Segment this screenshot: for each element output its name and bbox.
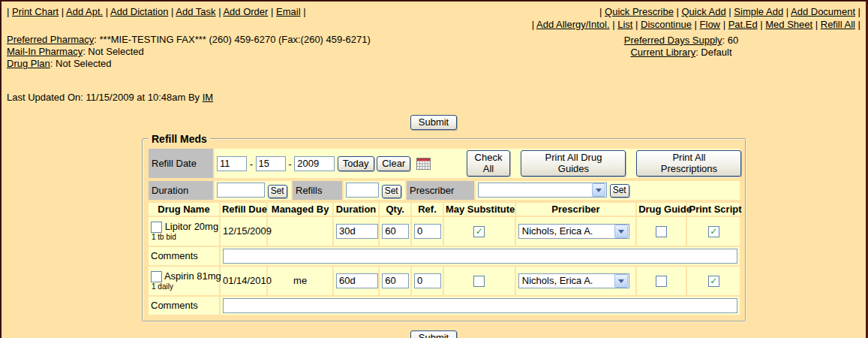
drug-select-checkbox[interactable] bbox=[151, 222, 162, 233]
clear-button[interactable]: Clear bbox=[377, 156, 410, 171]
header-area: | Print Chart | Add Apt. | Add Dictation… bbox=[7, 5, 860, 103]
bulk-actions-cell: Check All Print All Drug Guides Print Al… bbox=[468, 149, 740, 178]
refill-date-month-input[interactable] bbox=[217, 156, 247, 171]
col-print-script: Print Script bbox=[687, 203, 740, 216]
prescriber-cell: Nichols, Erica A. bbox=[516, 267, 635, 295]
refill-date-day-input[interactable] bbox=[256, 156, 286, 171]
days-supply-value: : 60 bbox=[722, 35, 739, 46]
duration-input[interactable] bbox=[336, 224, 378, 239]
duration-input[interactable] bbox=[336, 273, 378, 288]
chevron-down-icon bbox=[614, 274, 628, 288]
qty-input[interactable] bbox=[382, 224, 409, 239]
refill-date-year-input[interactable] bbox=[294, 156, 335, 171]
nav-link-simple-add[interactable]: Simple Add bbox=[734, 6, 783, 17]
prescriber-set-cell: Set bbox=[476, 181, 740, 200]
last-updated-text: Last Updated On: 11/15/2009 at 10:48am B… bbox=[7, 92, 203, 103]
nav-link-quick-prescribe[interactable]: Quick Prescribe bbox=[605, 6, 674, 17]
prescriber-set-button[interactable]: Set bbox=[610, 184, 629, 198]
check-all-button[interactable]: Check All bbox=[467, 150, 511, 177]
col-may-substitute: May Substitute bbox=[444, 203, 515, 216]
drug-guide-checkbox[interactable] bbox=[656, 276, 667, 287]
prescriber-set-select[interactable] bbox=[478, 183, 607, 198]
days-supply-link[interactable]: Preferred Days Supply bbox=[624, 35, 722, 46]
refill-meds-page: | Print Chart | Add Apt. | Add Dictation… bbox=[2, 2, 866, 338]
nav-right-row2: | Add Allergy/Intol. | List | Discontinu… bbox=[502, 18, 860, 31]
drug-guide-cell bbox=[637, 267, 686, 295]
col-refill-due: Refill Due bbox=[221, 203, 266, 216]
calendar-icon[interactable] bbox=[416, 158, 431, 170]
print-script-checkbox[interactable]: ✓ bbox=[708, 276, 719, 287]
ref-cell bbox=[412, 267, 443, 295]
nav-right-row1: | Quick Prescribe | Quick Add | Simple A… bbox=[502, 5, 860, 18]
qty-cell bbox=[380, 267, 410, 295]
refills-set-button[interactable]: Set bbox=[382, 185, 401, 198]
drug-name-cell: Lipitor 20mg 1 tb bid bbox=[149, 217, 219, 246]
current-library-line: Current Library: Default bbox=[502, 47, 860, 59]
mailin-pharmacy-line: Mail-In Pharmacy: Not Selected bbox=[7, 46, 502, 58]
nav-link-med-sheet[interactable]: Med Sheet bbox=[765, 19, 812, 30]
nav-link-quick-add[interactable]: Quick Add bbox=[681, 6, 725, 17]
duration-set-cell: Set bbox=[215, 181, 291, 200]
drug-plan-value: : Not Selected bbox=[50, 58, 112, 69]
managed-by-cell bbox=[268, 217, 332, 246]
drug-plan-link[interactable]: Drug Plan bbox=[7, 58, 50, 69]
nav-link-flow[interactable]: Flow bbox=[700, 19, 720, 30]
may-substitute-cell: ✓ bbox=[444, 217, 515, 246]
drug-plan-line: Drug Plan: Not Selected bbox=[7, 58, 502, 70]
med-row: Aspirin 81mg 1 daily 01/14/2010 me Nicho… bbox=[149, 267, 740, 295]
nav-link-list[interactable]: List bbox=[617, 19, 632, 30]
print-script-checkbox[interactable]: ✓ bbox=[708, 226, 719, 237]
ref-cell bbox=[412, 217, 443, 246]
pharmacy-info: Preferred Pharmacy: ***MIE-TESTING FAX**… bbox=[7, 34, 502, 70]
qty-input[interactable] bbox=[382, 273, 409, 288]
may-substitute-checkbox[interactable] bbox=[473, 276, 485, 287]
submit-button-bottom[interactable]: Submit bbox=[410, 330, 457, 338]
refills-set-cell: Set bbox=[344, 181, 405, 200]
prescriber-select[interactable]: Nichols, Erica A. bbox=[518, 224, 629, 239]
comments-label-cell: Comments bbox=[149, 247, 219, 265]
nav-link-add-allergy-intol[interactable]: Add Allergy/Intol. bbox=[536, 19, 610, 30]
nav-link-add-document[interactable]: Add Document bbox=[791, 6, 855, 17]
nav-link-pat-ed[interactable]: Pat.Ed bbox=[728, 19, 758, 30]
col-drug-guide: Drug Guide bbox=[637, 203, 686, 216]
prescriber-select[interactable]: Nichols, Erica A. bbox=[518, 273, 629, 288]
nav-link-refill-all[interactable]: Refill All bbox=[821, 19, 855, 30]
refill-meds-fieldset: Refill Meds Refill Date - - Today Clear bbox=[142, 133, 746, 322]
drug-select-checkbox[interactable] bbox=[151, 271, 162, 282]
nav-link-discontinue[interactable]: Discontinue bbox=[641, 19, 692, 30]
print-all-drug-guides-button[interactable]: Print All Drug Guides bbox=[521, 150, 626, 177]
comments-label-cell: Comments bbox=[149, 297, 219, 315]
comments-input[interactable] bbox=[223, 298, 737, 313]
duration-set-input[interactable] bbox=[217, 183, 265, 198]
refills-set-input[interactable] bbox=[346, 183, 379, 198]
nav-link-email[interactable]: Email bbox=[276, 6, 301, 17]
drug-sig: 1 tb bid bbox=[151, 233, 217, 241]
preferred-pharmacy-link[interactable]: Preferred Pharmacy bbox=[7, 34, 94, 45]
refill-date-cell: - - Today Clear bbox=[215, 149, 467, 178]
nav-link-add-apt[interactable]: Add Apt. bbox=[66, 6, 103, 17]
nav-link-add-order[interactable]: Add Order bbox=[223, 6, 268, 17]
today-button[interactable]: Today bbox=[338, 156, 374, 171]
may-substitute-checkbox[interactable]: ✓ bbox=[473, 226, 485, 237]
duration-set-button[interactable]: Set bbox=[268, 185, 287, 198]
comments-row: Comments bbox=[149, 247, 740, 265]
ref-input[interactable] bbox=[414, 273, 441, 288]
refill-date-label: Refill Date bbox=[149, 149, 213, 178]
ref-input[interactable] bbox=[414, 224, 441, 239]
print-script-cell: ✓ bbox=[687, 217, 740, 246]
comments-input[interactable] bbox=[223, 249, 737, 264]
col-ref: Ref. bbox=[412, 203, 443, 216]
current-library-link[interactable]: Current Library bbox=[630, 47, 695, 58]
submit-button-top[interactable]: Submit bbox=[410, 115, 457, 130]
nav-link-add-task[interactable]: Add Task bbox=[176, 6, 215, 17]
drug-guide-checkbox[interactable] bbox=[656, 226, 667, 237]
preferred-pharmacy-value: : ***MIE-TESTING FAX*** (260) 459-6270 (… bbox=[94, 34, 371, 45]
print-all-prescriptions-button[interactable]: Print All Prescriptions bbox=[636, 150, 741, 177]
mailin-pharmacy-link[interactable]: Mail-In Pharmacy bbox=[7, 46, 83, 57]
nav-link-print-chart[interactable]: Print Chart bbox=[12, 6, 59, 17]
nav-link-add-dictation[interactable]: Add Dictation bbox=[110, 6, 168, 17]
duration-cell bbox=[334, 217, 378, 246]
drug-name: Aspirin 81mg bbox=[164, 270, 221, 282]
chevron-down-icon bbox=[592, 183, 605, 197]
last-updated-user-link[interactable]: IM bbox=[203, 92, 213, 103]
